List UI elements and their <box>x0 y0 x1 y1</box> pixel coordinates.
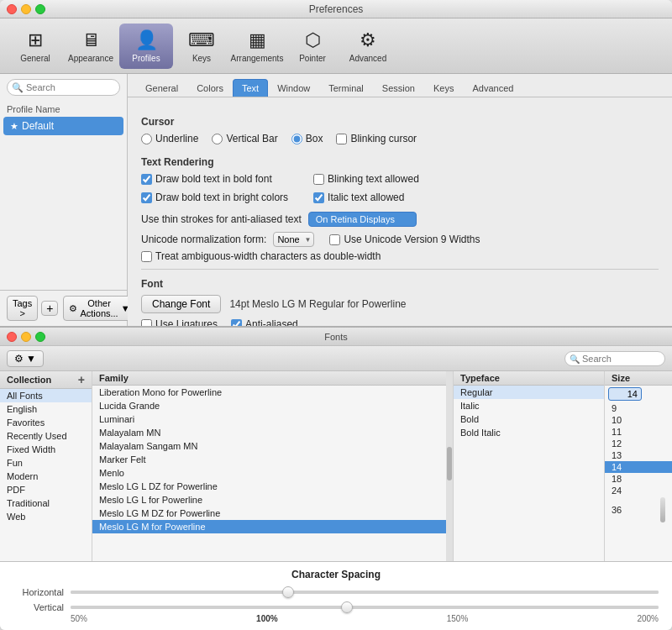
toolbar-item-appearance[interactable]: 🖥 Appearance <box>64 24 118 69</box>
cursor-box-option[interactable]: Box <box>291 133 323 144</box>
search-input[interactable] <box>7 79 120 96</box>
toolbar-item-advanced[interactable]: ⚙ Advanced <box>341 24 395 69</box>
size-input[interactable] <box>608 387 642 401</box>
tab-general[interactable]: General <box>136 79 187 97</box>
ambiguous-option[interactable]: Treat ambiguous-width characters as doub… <box>141 250 659 262</box>
family-liberation-mono[interactable]: Liberation Mono for Powerline <box>92 386 453 399</box>
unicode-norm-select[interactable]: None <box>273 232 314 247</box>
fonts-search-icon: 🔍 <box>570 354 580 363</box>
fonts-maximize-button[interactable] <box>35 332 45 342</box>
family-marker-felt[interactable]: Marker Felt <box>92 453 453 466</box>
change-font-button[interactable]: Change Font <box>141 295 221 313</box>
horizontal-slider-thumb[interactable] <box>282 586 294 598</box>
typeface-bold-italic[interactable]: Bold Italic <box>454 426 604 439</box>
size-9[interactable]: 9 <box>605 402 672 414</box>
draw-bold-bright-checkbox[interactable] <box>141 192 152 203</box>
collection-modern[interactable]: Modern <box>0 470 92 483</box>
collection-traditional[interactable]: Traditional <box>0 496 92 510</box>
size-10[interactable]: 10 <box>605 414 672 426</box>
toolbar-item-keys[interactable]: ⌨ Keys <box>175 24 228 69</box>
toolbar-item-general[interactable]: ⊞ General <box>8 24 62 69</box>
cursor-vertical-bar-option[interactable]: Vertical Bar <box>212 133 277 144</box>
add-collection-button[interactable]: + <box>78 373 85 386</box>
tags-button[interactable]: Tags > <box>7 296 38 321</box>
tab-colors[interactable]: Colors <box>187 79 233 97</box>
family-lucida-grande[interactable]: Lucida Grande <box>92 399 453 412</box>
profile-item-default[interactable]: ★ Default <box>3 117 123 135</box>
tab-advanced[interactable]: Advanced <box>463 79 522 97</box>
family-meslo-dz[interactable]: Meslo LG L DZ for Powerline <box>92 480 453 493</box>
size-11[interactable]: 11 <box>605 426 672 438</box>
cursor-underline-option[interactable]: Underline <box>141 133 198 144</box>
minimize-button[interactable] <box>21 4 31 14</box>
size-24[interactable]: 24 <box>605 485 672 496</box>
anti-aliased-checkbox[interactable] <box>231 319 242 327</box>
collection-english[interactable]: English <box>0 402 92 416</box>
blinking-text-option[interactable]: Blinking text allowed <box>313 173 419 185</box>
typeface-regular[interactable]: Regular <box>454 386 604 399</box>
fonts-gear-button[interactable]: ⚙ ▼ <box>7 350 44 367</box>
family-meslo-m[interactable]: Meslo LG M for Powerline <box>92 520 453 533</box>
tab-keys[interactable]: Keys <box>424 79 463 97</box>
collection-web[interactable]: Web <box>0 510 92 523</box>
cursor-underline-radio[interactable] <box>141 134 152 144</box>
typeface-italic[interactable]: Italic <box>454 399 604 412</box>
unicode-v9-checkbox[interactable] <box>329 234 340 245</box>
cursor-vertical-bar-radio[interactable] <box>212 134 223 144</box>
collection-fixed-width[interactable]: Fixed Width <box>0 443 92 456</box>
draw-bold-bold-checkbox[interactable] <box>141 174 152 185</box>
tab-text[interactable]: Text <box>233 79 268 97</box>
size-36[interactable]: 36 <box>605 496 672 523</box>
add-profile-button[interactable]: + <box>41 301 58 316</box>
tab-terminal[interactable]: Terminal <box>319 79 373 97</box>
close-button[interactable] <box>7 4 17 14</box>
anti-aliased-option[interactable]: Anti-aliased <box>231 318 298 326</box>
typeface-bold[interactable]: Bold <box>454 412 604 426</box>
draw-bold-bold-option[interactable]: Draw bold text in bold font <box>141 173 288 185</box>
use-ligatures-checkbox[interactable] <box>141 319 152 327</box>
family-scroll-thumb <box>447 447 452 480</box>
size-13[interactable]: 13 <box>605 449 672 461</box>
cursor-box-radio[interactable] <box>291 134 302 144</box>
collection-favorites[interactable]: Favorites <box>0 416 92 429</box>
family-luminari[interactable]: Luminari <box>92 412 453 426</box>
horizontal-slider-track <box>71 591 659 594</box>
italic-text-checkbox[interactable] <box>313 192 324 203</box>
collection-recently-used[interactable]: Recently Used <box>0 429 92 443</box>
family-malayalam-mn[interactable]: Malayalam MN <box>92 426 453 439</box>
size-18[interactable]: 18 <box>605 473 672 485</box>
anti-alias-label: Use thin strokes for anti-aliased text <box>141 213 302 225</box>
anti-alias-select[interactable]: On Retina Displays <box>308 212 417 227</box>
collection-fun[interactable]: Fun <box>0 456 92 470</box>
cursor-blinking-checkbox[interactable] <box>336 134 347 144</box>
toolbar-item-pointer[interactable]: ⬡ Pointer <box>286 24 339 69</box>
collection-pdf[interactable]: PDF <box>0 483 92 496</box>
tab-session[interactable]: Session <box>373 79 424 97</box>
family-menlo[interactable]: Menlo <box>92 466 453 480</box>
draw-bold-bright-option[interactable]: Draw bold text in bright colors <box>141 192 288 203</box>
family-malayalam-sangam[interactable]: Malayalam Sangam MN <box>92 439 453 453</box>
other-actions-button[interactable]: ⚙ Other Actions... ▼ <box>63 296 135 321</box>
unicode-v9-option[interactable]: Use Unicode Version 9 Widths <box>329 234 480 245</box>
size-14[interactable]: 14 <box>605 461 672 473</box>
ambiguous-checkbox[interactable] <box>141 251 152 262</box>
typeface-header: Typeface <box>454 371 604 386</box>
collection-all-fonts[interactable]: All Fonts <box>0 389 92 402</box>
family-meslo-l[interactable]: Meslo LG L for Powerline <box>92 493 453 507</box>
size-12[interactable]: 12 <box>605 438 672 449</box>
fonts-close-button[interactable] <box>7 332 17 342</box>
blinking-text-checkbox[interactable] <box>313 174 324 185</box>
maximize-button[interactable] <box>35 4 45 14</box>
tab-window[interactable]: Window <box>268 79 319 97</box>
family-header: Family <box>92 371 453 386</box>
family-meslo-m-dz[interactable]: Meslo LG M DZ for Powerline <box>92 507 453 520</box>
fonts-search-input[interactable] <box>564 351 665 366</box>
cursor-blinking-option[interactable]: Blinking cursor <box>336 133 417 144</box>
toolbar-item-profiles[interactable]: 👤 Profiles <box>119 24 173 69</box>
tags-label: Tags > <box>13 298 32 318</box>
fonts-minimize-button[interactable] <box>21 332 31 342</box>
italic-text-option[interactable]: Italic text allowed <box>313 192 419 203</box>
toolbar-item-arrangements[interactable]: ▦ Arrangements <box>230 24 284 69</box>
vertical-slider-thumb[interactable] <box>341 601 353 613</box>
use-ligatures-option[interactable]: Use Ligatures <box>141 318 218 326</box>
